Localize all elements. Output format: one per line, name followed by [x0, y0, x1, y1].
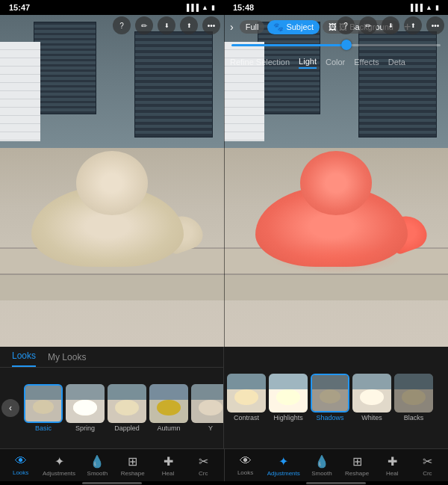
adjustments-label-left: Adjustments: [43, 470, 75, 477]
photo-scene-left: [0, 15, 224, 347]
battery-icon-left: ▮: [211, 4, 215, 11]
sel-arrow-icon[interactable]: ›: [230, 21, 234, 33]
adj-blacks[interactable]: Blacks: [394, 374, 433, 421]
adj-dog-highlights: [276, 389, 299, 405]
status-bars: 15:47 ▐▐▐ ▲ ▮ 15:48 ▐▐▐ ▲ ▮: [0, 0, 448, 15]
more-btn-left[interactable]: •••: [202, 16, 220, 34]
slider-fill: [231, 44, 346, 46]
help-btn-right[interactable]: ?: [337, 16, 355, 34]
edit-btn-right[interactable]: ✏: [359, 16, 377, 34]
refine-tab-deta[interactable]: Deta: [388, 58, 405, 68]
reshape-label-left: Reshape: [121, 470, 145, 477]
tool-heal-right[interactable]: ✚ Heal: [379, 454, 405, 477]
tab-subject-label: Subject: [286, 22, 314, 31]
look-spring[interactable]: Spring: [66, 384, 105, 432]
adjustments-icon-right: ✦: [279, 454, 288, 469]
tool-smooth-left[interactable]: 💧 Smooth: [84, 454, 111, 477]
mini-scene-y: [191, 384, 223, 423]
time-right: 15:48: [233, 3, 254, 12]
smooth-label-right: Smooth: [311, 470, 332, 477]
subject-icon: 🐾: [273, 22, 284, 32]
adj-label-shadows: Shadows: [316, 414, 343, 421]
crop-icon-right: ✂: [423, 454, 432, 469]
adj-thumb-blacks: [394, 374, 433, 413]
help-btn-left[interactable]: ?: [113, 16, 131, 34]
look-basic[interactable]: Basic: [24, 384, 63, 432]
adj-dog-whites: [360, 389, 383, 405]
mini-scene-autumn: [149, 384, 188, 423]
step2-right: [224, 274, 448, 300]
slider-thumb[interactable]: [341, 40, 352, 50]
dog-head-right: [300, 151, 372, 214]
bottom-panel: Looks My Looks ‹ Basic: [0, 347, 448, 481]
adj-label-contrast: Contrast: [234, 414, 259, 421]
refine-slider-track[interactable]: [231, 44, 441, 46]
tool-reshape-right[interactable]: ⊞ Reshape: [343, 454, 370, 477]
looks-nav-prev[interactable]: ‹: [1, 399, 19, 417]
tool-crop-right[interactable]: ✂ Crc: [414, 454, 441, 477]
tool-heal-left[interactable]: ✚ Heal: [155, 454, 181, 477]
share-btn-left[interactable]: ⬆: [180, 16, 198, 34]
dog-shadow-pink: [269, 241, 403, 274]
bottom-right: Contrast Highlights: [224, 347, 448, 448]
heal-label-right: Heal: [386, 470, 398, 477]
crop-icon-left: ✂: [199, 454, 208, 469]
top-toolbar-left: ? ✏ ⬇ ⬆ •••: [113, 16, 220, 34]
tool-adjustments-right[interactable]: ✦ Adjustments: [267, 454, 300, 477]
mini-dog-basic: [33, 400, 55, 414]
refine-tab-refine[interactable]: Refine Selection: [230, 58, 290, 68]
download-btn-left[interactable]: ⬇: [158, 16, 175, 34]
adj-scene-shadows: [312, 375, 348, 411]
look-thumb-basic: [24, 384, 63, 423]
tab-full[interactable]: Full: [240, 20, 265, 34]
adj-dog-contrast: [234, 389, 258, 405]
slider-row[interactable]: [224, 37, 448, 52]
wifi-icon-left: ▲: [202, 4, 208, 11]
smooth-icon-left: 💧: [90, 454, 105, 469]
adj-label-whites: Whites: [361, 414, 382, 421]
adj-dog-blacks: [402, 389, 425, 405]
tab-looks[interactable]: Looks: [12, 350, 36, 367]
adj-shadows[interactable]: Shadows: [311, 374, 349, 421]
adj-thumb-contrast: [227, 374, 266, 413]
adj-scene-contrast: [227, 374, 266, 413]
adj-thumb-whites: [352, 374, 391, 413]
tab-my-looks[interactable]: My Looks: [48, 352, 86, 367]
tool-looks-left[interactable]: 👁 Looks: [7, 454, 34, 476]
tab-subject[interactable]: 🐾 Subject: [267, 20, 320, 34]
tool-crop-left[interactable]: ✂ Crc: [190, 454, 217, 477]
tool-adjustments-left[interactable]: ✦ Adjustments: [43, 454, 75, 477]
adj-dog-shadows: [320, 389, 341, 404]
adj-contrast[interactable]: Contrast: [227, 374, 266, 421]
looks-icon-left: 👁: [15, 454, 27, 468]
refine-tab-effects[interactable]: Effects: [354, 58, 379, 68]
looks-label-right: Looks: [237, 469, 253, 476]
smooth-icon-right: 💧: [314, 454, 329, 469]
adjustments-scroll: Contrast Highlights: [224, 347, 448, 448]
reshape-label-right: Reshape: [345, 470, 369, 477]
more-btn-right[interactable]: •••: [426, 16, 444, 34]
signal-icon-left: ▐▐▐: [184, 4, 199, 11]
download-btn-right[interactable]: ⬇: [382, 16, 399, 34]
refine-tab-color[interactable]: Color: [326, 58, 345, 68]
refine-tab-light[interactable]: Light: [299, 57, 317, 69]
tool-smooth-right[interactable]: 💧 Smooth: [308, 454, 335, 477]
share-btn-right[interactable]: ⬆: [404, 16, 422, 34]
mini-scene-basic: [25, 386, 61, 421]
louvres-right-left: [134, 31, 213, 138]
adj-highlights[interactable]: Highlights: [269, 374, 308, 421]
crop-label-left: Crc: [199, 470, 208, 477]
look-autumn[interactable]: Autumn: [149, 384, 188, 432]
adj-whites[interactable]: Whites: [352, 374, 391, 421]
louvres-left-left: [34, 22, 96, 114]
top-toolbar-right: ? ✏ ⬇ ⬆ •••: [337, 16, 444, 34]
adjustments-icon-left: ✦: [55, 454, 64, 469]
tool-reshape-left[interactable]: ⊞ Reshape: [119, 454, 146, 477]
edit-btn-left[interactable]: ✏: [135, 16, 153, 34]
tool-looks-right[interactable]: 👁 Looks: [232, 454, 259, 476]
adj-scene-highlights: [269, 374, 308, 413]
look-dappled[interactable]: Dappled: [108, 384, 146, 432]
look-label-basic: Basic: [35, 424, 52, 432]
bottom-left: Looks My Looks ‹ Basic: [0, 347, 224, 448]
look-y[interactable]: Y: [191, 384, 223, 432]
